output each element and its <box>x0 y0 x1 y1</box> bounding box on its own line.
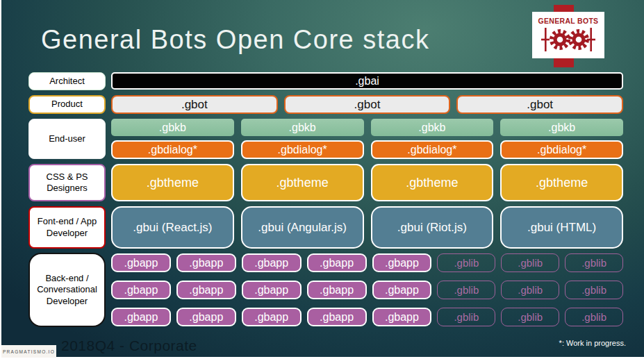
gbkb-box: .gbkb <box>500 119 623 136</box>
gbkb-box: .gbkb <box>371 119 494 136</box>
label-frontend-developer-text: Font-end / App Developer <box>34 216 100 239</box>
gbapp-box: .gbapp <box>111 281 171 299</box>
gbtheme-box: .gbtheme <box>371 164 494 201</box>
row-gbot: .gbot .gbot .gbot <box>111 95 623 114</box>
work-in-progress-footnote: *: Work in progress. <box>559 339 626 347</box>
gbtheme-box: .gbtheme <box>241 164 364 201</box>
row-backend-3: .gbapp .gbapp .gbapp .gbapp .gbapp .gbli… <box>111 308 623 326</box>
label-end-user: End-user <box>28 119 106 159</box>
label-css-ps-designers: CSS & PS Designers <box>28 164 106 201</box>
gbtheme-box: .gbtheme <box>111 164 234 201</box>
pragmatismo-logo: PRAGMATISMO.IO <box>1 345 56 358</box>
page-title: General Bots Open Core stack <box>41 25 429 55</box>
gears-icon <box>539 26 597 56</box>
gbapp-box: .gbapp <box>242 281 302 299</box>
gbui-react-box: .gbui (React.js) <box>111 206 234 249</box>
label-backend-developer: Back-end / Conversational Developer <box>28 253 106 327</box>
label-backend-developer-text: Back-end / Conversational Developer <box>34 273 100 307</box>
gbapp-box: .gbapp <box>176 281 236 299</box>
row-backend-2: .gbapp .gbapp .gbapp .gbapp .gbapp .gbli… <box>111 281 623 299</box>
slide: General Bots Open Core stack GENERAL BOT… <box>0 0 644 359</box>
slide-left-edge <box>0 0 1 359</box>
gbapp-box: .gbapp <box>242 308 302 326</box>
gbot-box: .gbot <box>284 95 451 114</box>
row-backend-1: .gbapp .gbapp .gbapp .gbapp .gbapp .gbli… <box>111 253 623 272</box>
gbdialog-box: .gbdialog* <box>241 140 364 159</box>
gbapp-box: .gbapp <box>372 308 432 326</box>
gbapp-box: .gbapp <box>111 253 171 272</box>
gblib-box: .gblib <box>437 253 495 272</box>
label-css-ps-designers-text: CSS & PS Designers <box>34 172 100 194</box>
label-architect-text: Architect <box>49 76 85 87</box>
gbui-riot-box: .gbui (Riot.js) <box>371 206 494 249</box>
gbui-html-box: .gbui (HTML) <box>500 206 623 249</box>
gblib-box: .gblib <box>437 308 495 326</box>
gbdialog-box: .gbdialog* <box>500 140 623 159</box>
gbapp-box: .gbapp <box>242 253 302 272</box>
general-bots-logo: GENERAL BOTS <box>532 12 604 58</box>
gbapp-box: .gbapp <box>372 253 432 272</box>
label-product: Product <box>28 95 106 114</box>
gbui-angular-box: .gbui (Angular.js) <box>241 206 364 249</box>
gbtheme-box: .gbtheme <box>500 164 623 201</box>
gbapp-box: .gbapp <box>111 308 171 326</box>
gblib-box: .gblib <box>565 253 623 272</box>
gbdialog-box: .gbdialog* <box>371 140 494 159</box>
gbkb-box: .gbkb <box>111 119 234 136</box>
gbdialog-box: .gbdialog* <box>111 140 234 159</box>
gbapp-box: .gbapp <box>307 281 367 299</box>
label-frontend-developer: Font-end / App Developer <box>28 206 106 249</box>
gbapp-box: .gbapp <box>307 308 367 326</box>
label-architect: Architect <box>28 72 106 90</box>
gblib-box: .gblib <box>565 281 623 299</box>
gblib-box: .gblib <box>501 281 559 299</box>
row-gbdialog: .gbdialog* .gbdialog* .gbdialog* .gbdial… <box>111 140 623 159</box>
row-gbkb: .gbkb .gbkb .gbkb .gbkb <box>111 119 623 136</box>
gblib-box: .gblib <box>437 281 495 299</box>
row-gbai: .gbai <box>111 72 623 90</box>
label-end-user-text: End-user <box>49 133 85 144</box>
gbai-box: .gbai <box>111 72 623 90</box>
gbapp-box: .gbapp <box>176 308 236 326</box>
row-gbui: .gbui (React.js) .gbui (Angular.js) .gbu… <box>111 206 623 249</box>
gblib-box: .gblib <box>501 308 559 326</box>
gbot-box: .gbot <box>111 95 278 114</box>
gbapp-box: .gbapp <box>372 281 432 299</box>
row-gbtheme: .gbtheme .gbtheme .gbtheme .gbtheme <box>111 164 623 201</box>
footer-caption: 2018Q4 - Corporate <box>61 337 197 354</box>
gbkb-box: .gbkb <box>241 119 364 136</box>
label-product-text: Product <box>51 99 83 110</box>
gbapp-box: .gbapp <box>176 253 236 272</box>
gblib-box: .gblib <box>565 308 623 326</box>
gbot-box: .gbot <box>456 95 623 114</box>
gblib-box: .gblib <box>501 253 559 272</box>
logo-brand-text: GENERAL BOTS <box>538 17 599 25</box>
gbapp-box: .gbapp <box>307 253 367 272</box>
